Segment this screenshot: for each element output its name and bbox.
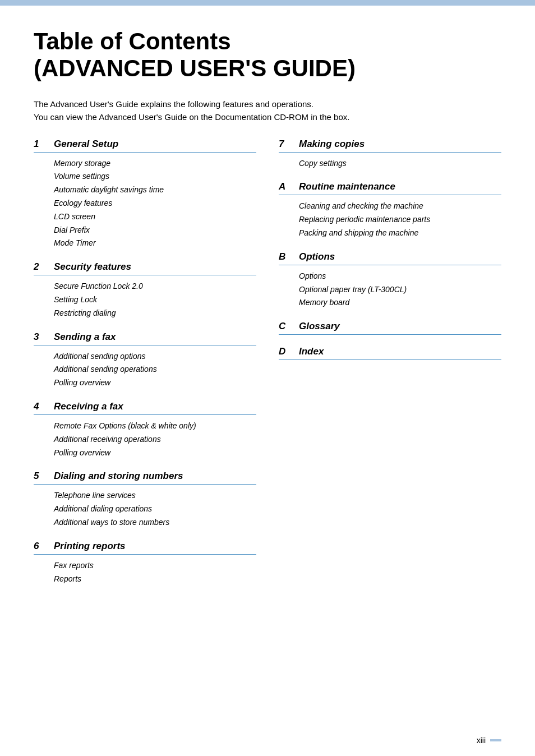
section-title-right-B: Options [299,251,335,262]
list-item: Dial Prefix [54,224,256,237]
left-section-3: 3Sending a faxAdditional sending options… [34,331,256,390]
list-item: Mode Timer [54,237,256,250]
section-items-right-A: Cleaning and checking the machineReplaci… [279,200,501,239]
list-item: Memory storage [54,157,256,170]
toc-grid: 1General SetupMemory storageVolume setti… [34,139,501,597]
section-number-1: 1 [34,139,54,150]
list-item: LCD screen [54,210,256,224]
list-item: Replacing periodic maintenance parts [299,213,501,227]
page-number-text: xiii [477,736,486,745]
section-items-5: Telephone line servicesAdditional dialin… [34,489,256,529]
list-item: Optional paper tray (LT-300CL) [299,283,501,297]
list-item: Remote Fax Options (black & white only) [54,420,256,433]
list-item: Additional sending options [54,350,256,363]
section-header-3: 3Sending a fax [34,331,256,345]
list-item: Telephone line services [54,489,256,503]
section-title-right-C: Glossary [299,321,340,332]
left-section-5: 5Dialing and storing numbersTelephone li… [34,471,256,529]
right-section-D: DIndex [279,346,501,360]
section-number-right-B: B [279,251,299,262]
section-items-1: Memory storageVolume settingsAutomatic d… [34,157,256,251]
section-header-right-B: BOptions [279,251,501,265]
section-title-4: Receiving a fax [54,401,123,412]
list-item: Cleaning and checking the machine [299,200,501,213]
list-item: Polling overview [54,376,256,390]
section-header-1: 1General Setup [34,139,256,153]
right-section-7: 7Making copiesCopy settings [279,139,501,170]
section-number-right-7: 7 [279,139,299,150]
section-title-2: Security features [54,261,131,273]
top-bar [0,0,535,6]
page-number-box [490,739,501,741]
section-number-6: 6 [34,541,54,552]
left-section-1: 1General SetupMemory storageVolume setti… [34,139,256,251]
list-item: Additional receiving operations [54,433,256,446]
list-item: Options [299,270,501,283]
section-header-4: 4Receiving a fax [34,401,256,415]
list-item: Memory board [299,296,501,310]
list-item: Setting Lock [54,293,256,307]
left-column: 1General SetupMemory storageVolume setti… [34,139,256,597]
section-title-right-7: Making copies [299,139,365,150]
section-items-right-B: OptionsOptional paper tray (LT-300CL)Mem… [279,270,501,310]
section-header-6: 6Printing reports [34,541,256,555]
section-header-2: 2Security features [34,261,256,275]
section-items-4: Remote Fax Options (black & white only)A… [34,420,256,459]
page-number-area: xiii [477,736,501,745]
section-number-right-D: D [279,346,299,357]
section-number-5: 5 [34,471,54,482]
section-number-3: 3 [34,331,54,343]
section-items-right-7: Copy settings [279,157,501,170]
right-section-C: CGlossary [279,321,501,335]
section-items-6: Fax reportsReports [34,559,256,586]
section-header-right-C: CGlossary [279,321,501,335]
list-item: Copy settings [299,157,501,170]
section-title-right-D: Index [299,346,324,357]
list-item: Polling overview [54,446,256,460]
section-number-4: 4 [34,401,54,412]
section-items-2: Secure Function Lock 2.0Setting LockRest… [34,280,256,320]
section-items-3: Additional sending optionsAdditional sen… [34,350,256,390]
section-title-right-A: Routine maintenance [299,181,395,192]
list-item: Volume settings [54,170,256,183]
intro-text-2: You can view the Advanced User's Guide o… [34,112,501,122]
right-section-B: BOptionsOptionsOptional paper tray (LT-3… [279,251,501,310]
list-item: Restricting dialing [54,307,256,320]
left-section-2: 2Security featuresSecure Function Lock 2… [34,261,256,320]
section-header-right-D: DIndex [279,346,501,360]
list-item: Secure Function Lock 2.0 [54,280,256,293]
list-item: Additional ways to store numbers [54,516,256,529]
right-column: 7Making copiesCopy settingsARoutine main… [279,139,501,597]
left-section-6: 6Printing reportsFax reportsReports [34,541,256,586]
list-item: Packing and shipping the machine [299,227,501,240]
section-number-right-A: A [279,181,299,192]
page-title: Table of Contents (ADVANCED USER'S GUIDE… [34,28,501,82]
list-item: Automatic daylight savings time [54,183,256,197]
section-number-2: 2 [34,261,54,273]
right-section-A: ARoutine maintenanceCleaning and checkin… [279,181,501,239]
section-title-5: Dialing and storing numbers [54,471,183,482]
section-header-right-7: 7Making copies [279,139,501,153]
list-item: Fax reports [54,559,256,573]
section-title-6: Printing reports [54,541,126,552]
list-item: Additional sending operations [54,363,256,376]
section-title-3: Sending a fax [54,331,116,343]
list-item: Additional dialing operations [54,503,256,516]
section-title-1: General Setup [54,139,118,150]
left-section-4: 4Receiving a faxRemote Fax Options (blac… [34,401,256,459]
section-number-right-C: C [279,321,299,332]
page-content: Table of Contents (ADVANCED USER'S GUIDE… [0,6,535,630]
list-item: Reports [54,573,256,586]
intro-text-1: The Advanced User's Guide explains the f… [34,99,501,109]
section-header-right-A: ARoutine maintenance [279,181,501,195]
list-item: Ecology features [54,197,256,210]
section-header-5: 5Dialing and storing numbers [34,471,256,485]
